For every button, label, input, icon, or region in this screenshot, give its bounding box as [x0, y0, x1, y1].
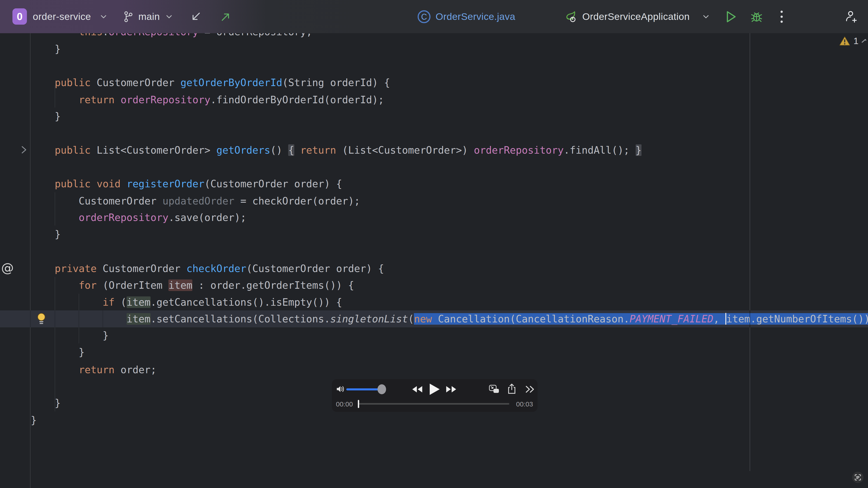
update-project-button[interactable]	[190, 0, 201, 33]
java-class-icon: C	[417, 10, 431, 24]
branch-name: main	[138, 11, 160, 22]
code-token: public	[55, 144, 91, 156]
code-token: .findOrderByOrderId(orderId);	[211, 94, 384, 105]
fast-forward-button[interactable]	[445, 386, 457, 393]
code-token: ()	[270, 144, 288, 156]
code-token	[31, 77, 55, 88]
code-line[interactable]: public void registerOrder(CustomerOrder …	[0, 175, 868, 192]
run-button[interactable]	[725, 0, 737, 33]
code-line[interactable]: public List<CustomerOrder> getOrders() {…	[0, 142, 868, 159]
run-config-selector[interactable]: OrderServiceApplication	[565, 0, 690, 33]
code-token: item	[168, 280, 192, 291]
code-line[interactable]: }	[0, 412, 868, 429]
code-token: (CustomerOrder order) {	[204, 178, 342, 190]
code-token: this	[79, 33, 103, 37]
ide-window: 0 order-service main	[0, 0, 868, 488]
playhead[interactable]	[358, 400, 359, 408]
code-token: }	[31, 110, 61, 122]
rewind-button[interactable]	[411, 386, 423, 393]
indent-guide	[103, 311, 103, 327]
run-config-name: OrderServiceApplication	[582, 11, 690, 22]
git-branch-icon	[123, 11, 133, 23]
project-color-badge[interactable]: 0	[12, 8, 27, 25]
code-line[interactable]: if (item.getCancellations().isEmpty()) {	[0, 294, 868, 311]
code-token: }	[31, 346, 85, 358]
code-token: item	[127, 296, 151, 308]
code-line[interactable]: private CustomerOrder checkOrder(Custome…	[0, 260, 868, 277]
code-token: private	[55, 263, 96, 274]
play-icon	[725, 10, 737, 24]
code-token: }	[31, 43, 61, 55]
intention-lightbulb-icon[interactable]	[36, 313, 46, 326]
picture-in-picture-button[interactable]	[489, 385, 500, 394]
bug-icon	[750, 10, 763, 23]
code-token	[31, 33, 79, 37]
overflow-chevrons-button[interactable]	[525, 385, 535, 393]
chevron-down-icon	[99, 0, 107, 33]
code-token: }	[31, 330, 108, 341]
code-line[interactable]: return orderRepository.findOrderByOrderI…	[0, 91, 868, 108]
code-line[interactable]: }	[0, 40, 868, 57]
chevron-down-icon	[702, 0, 710, 33]
code-token: .findAll();	[564, 144, 636, 156]
code-token	[31, 178, 55, 190]
code-line[interactable]: return order;	[0, 361, 868, 378]
code-line[interactable]: for (OrderItem item : order.getOrderItem…	[0, 277, 868, 294]
scan-text-icon	[855, 474, 861, 481]
fold-arrow-icon[interactable]	[20, 145, 28, 155]
code-line[interactable]: this.orderRepository = orderRepository;	[0, 33, 868, 40]
project-name: order-service	[33, 11, 91, 22]
code-line[interactable]: }	[0, 327, 868, 344]
code-token: return	[79, 364, 115, 376]
volume-knob[interactable]	[377, 384, 386, 394]
code-line[interactable]: }	[0, 108, 868, 125]
code-token	[294, 144, 301, 156]
code-token: ,	[713, 313, 725, 325]
code-token: public	[55, 178, 91, 190]
add-user-icon	[842, 8, 858, 25]
play-button[interactable]	[428, 383, 441, 396]
share-button[interactable]	[508, 383, 516, 394]
push-commit-button[interactable]	[220, 0, 231, 33]
code-token: new	[414, 313, 432, 325]
code-line[interactable]: CustomerOrder updatedOrder = checkOrder(…	[0, 193, 868, 209]
code-token: CustomerOrder	[96, 263, 186, 274]
code-token	[31, 144, 55, 156]
debug-button[interactable]	[750, 0, 763, 33]
code-with-me-button[interactable]	[842, 0, 858, 33]
inspections-widget[interactable]: 1	[839, 36, 866, 46]
chevron-down-icon	[165, 0, 173, 33]
code-token: updatedOrder	[162, 195, 235, 207]
indent-guide	[55, 311, 55, 327]
code-token: = checkOrder(order);	[235, 195, 360, 207]
branch-widget[interactable]: main	[123, 0, 160, 33]
vertical-ellipsis-icon	[780, 9, 783, 24]
project-widget[interactable]: order-service	[33, 0, 91, 33]
code-line[interactable]: }	[0, 344, 868, 361]
code-token: (CustomerOrder order) {	[246, 263, 384, 274]
time-current: 00:00	[336, 400, 353, 408]
code-token: order;	[115, 364, 156, 376]
code-token: singletonList	[330, 313, 408, 325]
code-token: Cancellation(CancellationReason.	[432, 313, 629, 325]
more-actions-button[interactable]	[780, 0, 783, 33]
code-editor[interactable]: this.orderRepository = orderRepository; …	[0, 33, 868, 488]
warning-icon	[839, 36, 850, 46]
code-token: (OrderItem	[96, 280, 168, 291]
gutter-separator	[30, 311, 31, 327]
code-line[interactable]: item.setCancellations(Collections.single…	[0, 311, 868, 327]
code-token	[115, 94, 121, 105]
code-token	[31, 94, 79, 105]
code-line[interactable]: orderRepository.save(order);	[0, 209, 868, 226]
arrow-up-right-icon	[220, 11, 231, 22]
code-token: .getCancellations().isEmpty()) {	[151, 296, 342, 308]
volume-icon[interactable]	[336, 384, 345, 394]
code-token: : order.getOrderItems()) {	[192, 280, 354, 291]
code-token: for	[79, 280, 96, 291]
seek-bar[interactable]	[358, 403, 509, 404]
scan-text-button[interactable]	[852, 472, 864, 483]
code-line[interactable]: }	[0, 226, 868, 242]
file-name: OrderService.java	[436, 11, 515, 22]
code-token: void	[96, 178, 121, 190]
code-line[interactable]: public CustomerOrder getOrderByOrderId(S…	[0, 74, 868, 91]
